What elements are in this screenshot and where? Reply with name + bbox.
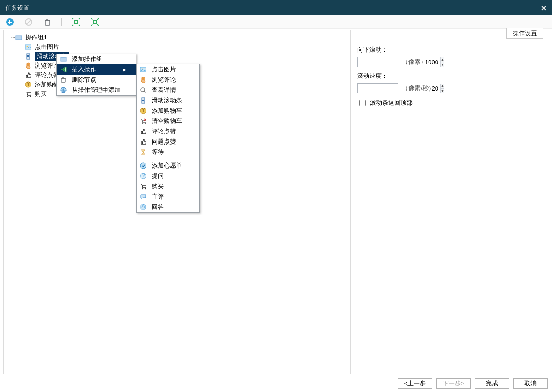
next-button: 下一步>: [436, 378, 471, 389]
submenu-item[interactable]: A回答: [137, 202, 199, 212]
speed-input[interactable]: ▲▼: [357, 83, 398, 93]
submenu-item[interactable]: 查看详情: [137, 85, 199, 95]
settings-tab[interactable]: 操作设置: [506, 28, 543, 39]
svg-rect-4: [16, 36, 22, 40]
image-icon: [138, 66, 148, 73]
settings-panel: 操作设置 向下滚动： ▲▼ （像素） 滚动速度：: [353, 30, 549, 374]
globe-icon: [59, 87, 68, 93]
cart-icon: [138, 183, 148, 190]
submenu-item[interactable]: 直评: [137, 192, 199, 202]
submenu-item[interactable]: 滑动滚动条: [137, 95, 199, 106]
bubble-icon: [138, 193, 148, 200]
svg-text:A: A: [141, 204, 146, 210]
image-icon: [24, 43, 32, 51]
svg-rect-13: [61, 57, 66, 61]
tree-node-label: 浏览评论: [35, 61, 59, 70]
submenu-item-label: 评论点赞: [152, 127, 176, 136]
insert-icon: [59, 66, 68, 73]
submenu-item[interactable]: 评论点赞: [137, 126, 199, 137]
menu-item[interactable]: 添加操作组: [57, 54, 136, 64]
main-area: ⋯ 操作组1 点击图片滑动滚动条浏览评论评论点赞¥添加购物车购买 添加操作组插入…: [0, 29, 552, 375]
submenu-item-label: 滑动滚动条: [152, 96, 182, 105]
tree-connector: ⋯: [11, 33, 15, 42]
hourglass-icon: [138, 149, 148, 155]
toolbar: [0, 15, 552, 29]
speed-spinner[interactable]: ▲▼: [440, 84, 444, 93]
coin-icon: ¥: [138, 108, 148, 114]
thumb-icon: [24, 71, 32, 79]
submenu-item[interactable]: ?提问: [137, 171, 199, 181]
submenu-item[interactable]: 问题点赞: [137, 137, 199, 147]
trash-icon: [59, 77, 68, 83]
submenu-item[interactable]: 添加心愿单: [137, 161, 199, 171]
svg-point-25: [145, 123, 146, 124]
spinner-up-icon[interactable]: ▲: [441, 84, 444, 89]
tree-node-label: 评论点赞: [35, 70, 59, 80]
svg-point-11: [27, 96, 28, 97]
submenu-item-label: 等待: [152, 148, 164, 156]
tree-node-label: 购买: [35, 89, 47, 99]
menu-separator: [138, 159, 198, 159]
menu-item[interactable]: 插入操作▶: [57, 64, 136, 75]
return-top-label: 滚动条返回顶部: [370, 99, 413, 107]
trash-icon[interactable]: [43, 17, 52, 27]
submenu-item-label: 浏览评论: [152, 76, 176, 84]
search-icon: [138, 87, 148, 93]
expand-all-icon[interactable]: [71, 17, 81, 27]
scroll-down-value[interactable]: [358, 57, 440, 67]
spinner-up-icon[interactable]: ▲: [441, 57, 444, 62]
menu-item-label: 添加操作组: [72, 55, 102, 63]
svg-point-26: [140, 163, 146, 169]
tree-root-label: 操作组1: [25, 33, 47, 42]
svg-point-24: [142, 123, 143, 124]
answer-icon: A: [138, 204, 148, 210]
svg-point-12: [30, 96, 31, 97]
scroll-down-input[interactable]: ▲▼: [357, 57, 398, 67]
menu-item[interactable]: 删除节点: [57, 75, 136, 85]
svg-point-19: [141, 88, 145, 92]
submenu-item[interactable]: ¥添加购物车: [137, 106, 199, 116]
finish-button[interactable]: 完成: [475, 378, 509, 389]
cart-icon: [24, 90, 32, 98]
add-icon[interactable]: [5, 17, 15, 27]
submenu-item-label: 查看详情: [152, 86, 176, 94]
spinner-down-icon[interactable]: ▼: [441, 89, 444, 93]
return-top-checkbox[interactable]: [359, 100, 366, 106]
hand-icon: [24, 62, 32, 69]
svg-text:¥: ¥: [26, 81, 30, 87]
tree-root[interactable]: ⋯ 操作组1: [6, 33, 348, 42]
submenu-item[interactable]: 等待: [137, 147, 199, 157]
cancel-button[interactable]: 取消: [513, 378, 548, 389]
hand-icon: [138, 77, 148, 83]
submenu-item-label: 添加购物车: [152, 107, 182, 115]
svg-rect-14: [65, 67, 66, 72]
menu-item-label: 删除节点: [72, 76, 96, 84]
submenu-item-label: 购买: [152, 182, 164, 191]
menu-item-label: 从操作管理中添加: [72, 86, 121, 94]
submenu-item[interactable]: 购买: [137, 181, 199, 192]
group-icon: [59, 56, 68, 62]
submenu-item-label: 点击图片: [152, 65, 176, 74]
svg-rect-15: [61, 78, 65, 82]
question-icon: ?: [138, 173, 148, 179]
titlebar: 任务设置 ✕: [0, 0, 552, 15]
group-icon: [15, 34, 23, 41]
scroll-icon: [24, 53, 32, 60]
menu-item[interactable]: 从操作管理中添加: [57, 85, 136, 95]
spinner-down-icon[interactable]: ▼: [441, 62, 444, 67]
submenu-item[interactable]: 清空购物车: [137, 116, 199, 126]
prev-button[interactable]: <上一步: [398, 378, 432, 389]
forbidden-icon[interactable]: [24, 17, 33, 27]
submenu-item-label: 问题点赞: [152, 138, 176, 146]
scroll-icon: [138, 97, 148, 104]
submenu-item[interactable]: 浏览评论: [137, 75, 199, 85]
scroll-down-label: 向下滚动：: [357, 46, 544, 54]
svg-text:?: ?: [141, 173, 145, 179]
collapse-all-icon[interactable]: [90, 17, 100, 27]
tree-node[interactable]: 点击图片: [6, 42, 348, 52]
submenu-item[interactable]: 点击图片: [137, 64, 199, 75]
coin-icon: ¥: [24, 81, 32, 88]
thumb-icon: [138, 138, 148, 145]
close-icon[interactable]: ✕: [541, 4, 547, 13]
scroll-down-spinner[interactable]: ▲▼: [440, 57, 444, 67]
